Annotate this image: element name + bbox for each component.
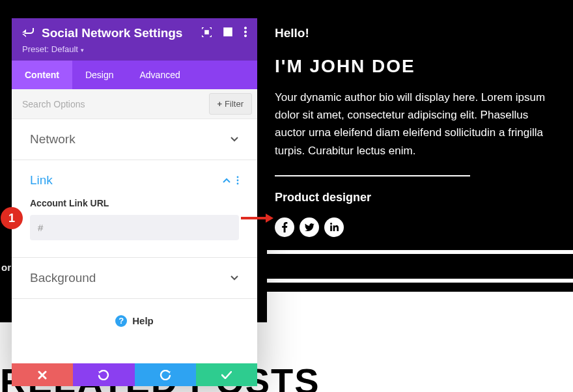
section-background-header[interactable]: Background bbox=[12, 258, 257, 298]
annotation-arrow bbox=[240, 212, 273, 224]
save-button[interactable] bbox=[196, 363, 257, 386]
settings-panel: Social Network Settings Preset: Default … bbox=[12, 18, 257, 386]
help-link[interactable]: ? Help bbox=[115, 315, 154, 327]
svg-point-4 bbox=[244, 31, 246, 33]
section-network-title: Network bbox=[30, 132, 230, 147]
preview-author-name: I'M JOHN DOE bbox=[275, 56, 561, 77]
tab-content[interactable]: Content bbox=[12, 61, 72, 89]
tab-design[interactable]: Design bbox=[72, 61, 127, 89]
columns-icon[interactable] bbox=[223, 27, 232, 39]
preview-greeting: Hello! bbox=[275, 26, 561, 40]
chevron-down-icon bbox=[230, 135, 239, 144]
action-bar bbox=[12, 363, 257, 386]
preview-author-role: Product designer bbox=[275, 191, 561, 204]
chevron-up-icon bbox=[222, 176, 231, 185]
redo-button[interactable] bbox=[135, 363, 196, 386]
cancel-button[interactable] bbox=[12, 363, 73, 386]
section-network-header[interactable]: Network bbox=[12, 119, 257, 160]
filter-button[interactable]: +Filter bbox=[209, 93, 252, 115]
panel-header: Social Network Settings Preset: Default … bbox=[12, 18, 257, 61]
kebab-icon[interactable] bbox=[236, 176, 239, 185]
panel-tabs: Content Design Advanced bbox=[12, 61, 257, 89]
preset-label[interactable]: Preset: Default ▾ bbox=[22, 44, 247, 54]
undo-button[interactable] bbox=[73, 363, 134, 386]
link-url-label: Account Link URL bbox=[30, 198, 239, 208]
preview-author-block: Hello! I'M JOHN DOE Your dynamic author … bbox=[267, 0, 573, 292]
expand-icon[interactable] bbox=[202, 27, 212, 40]
svg-rect-0 bbox=[205, 31, 208, 34]
annotation-marker-1: 1 bbox=[1, 207, 23, 229]
svg-point-6 bbox=[237, 176, 239, 178]
svg-point-7 bbox=[237, 180, 239, 182]
svg-point-3 bbox=[244, 27, 246, 29]
tab-advanced[interactable]: Advanced bbox=[126, 61, 193, 89]
twitter-icon[interactable] bbox=[300, 217, 319, 237]
panel-title: Social Network Settings bbox=[42, 26, 194, 40]
facebook-icon[interactable] bbox=[275, 217, 294, 237]
kebab-icon[interactable] bbox=[244, 27, 247, 40]
svg-point-8 bbox=[237, 183, 239, 185]
back-icon[interactable] bbox=[22, 27, 34, 40]
chevron-down-icon bbox=[230, 273, 239, 283]
section-background-title: Background bbox=[30, 271, 230, 285]
linkedin-icon[interactable] bbox=[324, 217, 344, 237]
search-input[interactable] bbox=[12, 91, 204, 118]
section-link-header[interactable]: Link bbox=[12, 160, 257, 194]
svg-point-5 bbox=[244, 35, 246, 36]
preview-social-icons bbox=[275, 217, 561, 237]
link-url-input[interactable] bbox=[30, 215, 239, 240]
preview-divider bbox=[275, 175, 470, 176]
help-icon: ? bbox=[115, 315, 127, 327]
section-link-title: Link bbox=[30, 173, 217, 188]
preview-author-bio: Your dynamic author bio will display her… bbox=[275, 89, 561, 160]
